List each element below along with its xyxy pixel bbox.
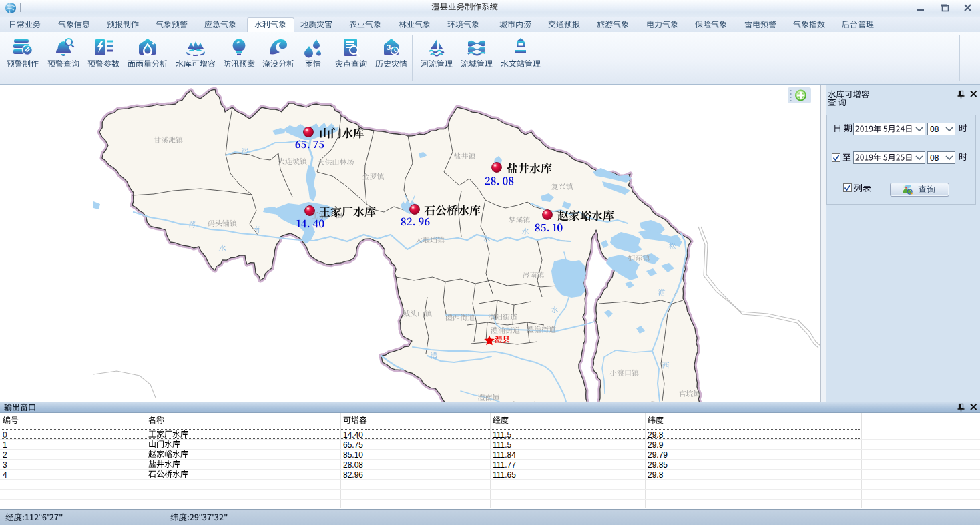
svg-text:3: 3 (387, 43, 391, 51)
